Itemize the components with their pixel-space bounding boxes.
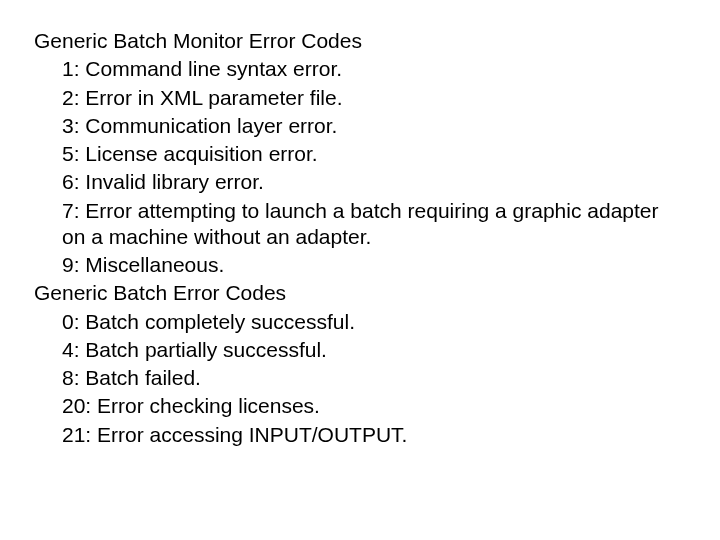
list-item: 2: Error in XML parameter file.	[62, 85, 680, 111]
list-item: 8: Batch failed.	[62, 365, 680, 391]
list-item: 9: Miscellaneous.	[62, 252, 680, 278]
section-batch: Generic Batch Error Codes 0: Batch compl…	[34, 280, 680, 448]
item-list: 0: Batch completely successful. 4: Batch…	[34, 309, 680, 448]
list-item: 7: Error attempting to launch a batch re…	[62, 198, 680, 251]
list-item: 20: Error checking licenses.	[62, 393, 680, 419]
section-heading: Generic Batch Error Codes	[34, 280, 680, 306]
section-heading: Generic Batch Monitor Error Codes	[34, 28, 680, 54]
list-item: 4: Batch partially successful.	[62, 337, 680, 363]
list-item: 6: Invalid library error.	[62, 169, 680, 195]
list-item: 1: Command line syntax error.	[62, 56, 680, 82]
page: Generic Batch Monitor Error Codes 1: Com…	[0, 0, 720, 448]
list-item: 3: Communication layer error.	[62, 113, 680, 139]
item-list: 1: Command line syntax error. 2: Error i…	[34, 56, 680, 278]
list-item: 0: Batch completely successful.	[62, 309, 680, 335]
section-monitor: Generic Batch Monitor Error Codes 1: Com…	[34, 28, 680, 278]
list-item: 21: Error accessing INPUT/OUTPUT.	[62, 422, 680, 448]
list-item: 5: License acquisition error.	[62, 141, 680, 167]
